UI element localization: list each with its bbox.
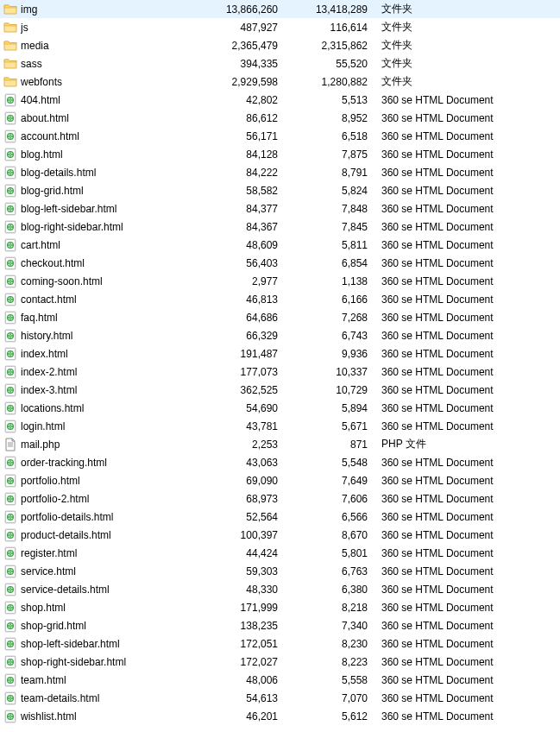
- file-type: 360 se HTML Document: [373, 239, 560, 251]
- file-size: 13,866,260: [193, 3, 283, 16]
- file-compressed-size: 5,558: [283, 674, 373, 686]
- file-size: 84,128: [193, 148, 283, 161]
- file-row[interactable]: blog-grid.html58,5825,824360 se HTML Doc…: [0, 181, 560, 199]
- file-type: 360 se HTML Document: [373, 293, 560, 306]
- file-list: img13,866,26013,418,289文件夹js487,927116,6…: [0, 0, 560, 725]
- file-row[interactable]: shop-left-sidebar.html172,0518,230360 se…: [0, 634, 560, 653]
- file-compressed-size: 10,729: [283, 384, 373, 396]
- file-name: blog-details.html: [21, 167, 193, 179]
- folder-icon: [3, 21, 17, 35]
- html-icon: [3, 256, 17, 270]
- file-compressed-size: 6,743: [283, 330, 373, 342]
- file-row[interactable]: order-tracking.html43,0635,548360 se HTM…: [0, 453, 560, 471]
- file-row[interactable]: team-details.html54,6137,070360 se HTML …: [0, 689, 560, 707]
- file-compressed-size: 13,418,289: [283, 3, 373, 16]
- file-compressed-size: 7,340: [283, 620, 373, 632]
- file-size: 58,582: [193, 185, 283, 197]
- html-icon: [3, 311, 17, 325]
- file-size: 84,377: [193, 203, 283, 215]
- file-compressed-size: 871: [283, 439, 373, 451]
- file-size: 177,073: [193, 366, 283, 378]
- html-icon: [3, 655, 17, 669]
- file-row[interactable]: coming-soon.html2,9771,138360 se HTML Do…: [0, 272, 560, 290]
- file-row[interactable]: product-details.html100,3978,670360 se H…: [0, 526, 560, 544]
- file-type: 360 se HTML Document: [373, 312, 560, 324]
- file-compressed-size: 5,513: [283, 94, 373, 106]
- html-icon: [3, 401, 17, 415]
- file-row[interactable]: login.html43,7815,671360 se HTML Documen…: [0, 417, 560, 435]
- file-row[interactable]: service.html59,3036,763360 se HTML Docum…: [0, 562, 560, 580]
- file-name: about.html: [21, 112, 193, 124]
- file-type: 360 se HTML Document: [373, 275, 560, 287]
- html-icon: [3, 673, 17, 687]
- file-name: service-details.html: [21, 584, 193, 596]
- html-icon: [3, 202, 17, 216]
- file-row[interactable]: cart.html48,6095,811360 se HTML Document: [0, 236, 560, 254]
- file-size: 172,027: [193, 656, 283, 668]
- file-row[interactable]: locations.html54,6905,894360 se HTML Doc…: [0, 399, 560, 417]
- file-row[interactable]: media2,365,4792,315,862文件夹: [0, 36, 560, 54]
- file-row[interactable]: faq.html64,6867,268360 se HTML Document: [0, 308, 560, 326]
- file-compressed-size: 9,936: [283, 348, 373, 360]
- file-row[interactable]: js487,927116,614文件夹: [0, 18, 560, 36]
- file-compressed-size: 5,801: [283, 547, 373, 559]
- folder-icon: [3, 39, 17, 53]
- file-row[interactable]: webfonts2,929,5981,280,882文件夹: [0, 73, 560, 91]
- file-type: 360 se HTML Document: [373, 638, 560, 650]
- file-type: 360 se HTML Document: [373, 330, 560, 342]
- file-row[interactable]: wishlist.html46,2015,612360 se HTML Docu…: [0, 707, 560, 725]
- file-row[interactable]: blog-left-sidebar.html84,3777,848360 se …: [0, 199, 560, 218]
- file-size: 44,424: [193, 547, 283, 559]
- file-row[interactable]: index-3.html362,52510,729360 se HTML Doc…: [0, 381, 560, 399]
- file-size: 56,171: [193, 130, 283, 142]
- file-row[interactable]: sass394,33555,520文件夹: [0, 54, 560, 73]
- file-type: 360 se HTML Document: [373, 112, 560, 124]
- file-row[interactable]: portfolio-details.html52,5646,566360 se …: [0, 508, 560, 526]
- file-row[interactable]: history.html66,3296,743360 se HTML Docum…: [0, 326, 560, 344]
- file-row[interactable]: 404.html42,8025,513360 se HTML Document: [0, 91, 560, 109]
- file-row[interactable]: img13,866,26013,418,289文件夹: [0, 0, 560, 18]
- file-type: 360 se HTML Document: [373, 384, 560, 396]
- file-size: 56,403: [193, 257, 283, 269]
- file-size: 42,802: [193, 94, 283, 106]
- file-size: 138,235: [193, 620, 283, 632]
- html-icon: [3, 710, 17, 723]
- file-row[interactable]: shop-right-sidebar.html172,0278,223360 s…: [0, 653, 560, 671]
- file-compressed-size: 5,671: [283, 420, 373, 432]
- file-row[interactable]: blog-right-sidebar.html84,3677,845360 se…: [0, 218, 560, 236]
- file-type: 文件夹: [373, 20, 560, 35]
- file-size: 48,330: [193, 584, 283, 596]
- file-row[interactable]: blog-details.html84,2228,791360 se HTML …: [0, 163, 560, 181]
- file-name: wishlist.html: [21, 710, 193, 723]
- file-type: 360 se HTML Document: [373, 620, 560, 632]
- html-icon: [3, 456, 17, 470]
- file-row[interactable]: blog.html84,1287,875360 se HTML Document: [0, 145, 560, 163]
- file-row[interactable]: register.html44,4245,801360 se HTML Docu…: [0, 544, 560, 562]
- file-type: 360 se HTML Document: [373, 94, 560, 106]
- file-compressed-size: 6,854: [283, 257, 373, 269]
- file-row[interactable]: shop-grid.html138,2357,340360 se HTML Do…: [0, 616, 560, 634]
- file-compressed-size: 7,845: [283, 221, 373, 233]
- html-icon: [3, 184, 17, 198]
- file-row[interactable]: team.html48,0065,558360 se HTML Document: [0, 671, 560, 689]
- file-row[interactable]: checkout.html56,4036,854360 se HTML Docu…: [0, 254, 560, 272]
- file-row[interactable]: index.html191,4879,936360 se HTML Docume…: [0, 344, 560, 363]
- file-size: 48,609: [193, 239, 283, 251]
- file-row[interactable]: about.html86,6128,952360 se HTML Documen…: [0, 109, 560, 127]
- file-compressed-size: 7,070: [283, 692, 373, 704]
- file-row[interactable]: contact.html46,8136,166360 se HTML Docum…: [0, 290, 560, 308]
- file-row[interactable]: mail.php2,253871PHP 文件: [0, 435, 560, 453]
- file-type: 360 se HTML Document: [373, 602, 560, 614]
- html-icon: [3, 111, 17, 125]
- file-row[interactable]: service-details.html48,3306,380360 se HT…: [0, 580, 560, 598]
- file-name: team.html: [21, 674, 193, 686]
- file-name: checkout.html: [21, 257, 193, 269]
- file-compressed-size: 5,824: [283, 185, 373, 197]
- file-row[interactable]: shop.html171,9998,218360 se HTML Documen…: [0, 598, 560, 616]
- file-row[interactable]: portfolio.html69,0907,649360 se HTML Doc…: [0, 471, 560, 489]
- file-row[interactable]: index-2.html177,07310,337360 se HTML Doc…: [0, 363, 560, 381]
- html-icon: [3, 365, 17, 379]
- html-icon: [3, 492, 17, 506]
- file-row[interactable]: account.html56,1716,518360 se HTML Docum…: [0, 127, 560, 145]
- file-row[interactable]: portfolio-2.html68,9737,606360 se HTML D…: [0, 489, 560, 508]
